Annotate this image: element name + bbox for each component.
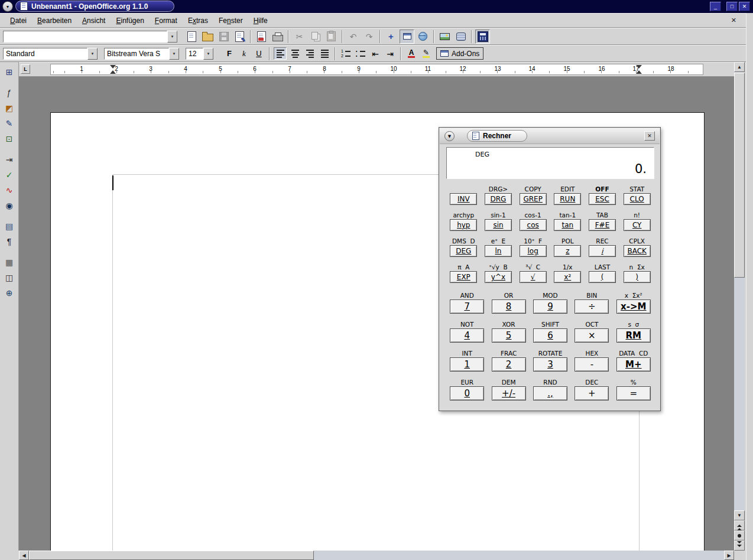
form-functions-icon[interactable]: ⊡: [2, 132, 17, 146]
calc-key-i[interactable]: i: [589, 245, 616, 257]
window-menu-button[interactable]: ▼: [2, 1, 13, 12]
undo-icon[interactable]: ↶: [346, 30, 361, 44]
redo-icon[interactable]: ↷: [362, 30, 376, 44]
calc-key-drg[interactable]: DRG: [485, 193, 512, 205]
style-dropdown-button[interactable]: ▼: [87, 48, 98, 60]
align-left-button[interactable]: [274, 47, 287, 60]
calc-key-2[interactable]: 2: [492, 357, 526, 372]
calc-key-1[interactable]: 1: [450, 357, 484, 372]
vertical-scroll-thumb[interactable]: [734, 73, 745, 278]
calc-key-multiply[interactable]: ×: [575, 328, 609, 343]
calculator-close-button[interactable]: ✕: [644, 131, 655, 141]
bold-button[interactable]: F: [223, 47, 236, 60]
calc-key-fe[interactable]: F#E: [589, 219, 616, 231]
font-name-value[interactable]: Bitstream Vera S: [104, 48, 169, 60]
zoom-icon[interactable]: ⊕: [2, 286, 17, 300]
calc-key-6[interactable]: 6: [533, 328, 567, 343]
italic-button[interactable]: k: [238, 47, 251, 60]
calc-key-sqrt[interactable]: √: [520, 271, 547, 283]
url-dropdown-button[interactable]: ▼: [167, 31, 177, 43]
vertical-scrollbar[interactable]: ▲ ▼: [734, 62, 745, 551]
highlight-button[interactable]: ✎: [420, 47, 433, 60]
scroll-up-button[interactable]: ▲: [734, 62, 745, 72]
maximize-button[interactable]: □: [726, 2, 738, 11]
find-icon[interactable]: ◉: [2, 198, 17, 213]
paragraph-style-value[interactable]: Standard: [3, 48, 87, 60]
stylist-icon[interactable]: [400, 30, 414, 44]
calc-key-0[interactable]: 0: [450, 386, 484, 401]
calc-key-plus-minus[interactable]: +/-: [492, 386, 526, 401]
menu-datei[interactable]: Datei: [5, 14, 32, 27]
open-icon[interactable]: [200, 30, 215, 44]
insert-icon[interactable]: ⊞: [2, 65, 17, 79]
calc-key-log[interactable]: log: [520, 245, 547, 257]
minimize-button[interactable]: _: [710, 2, 721, 11]
hyperlink-icon[interactable]: [416, 30, 430, 44]
calc-key-paren-close[interactable]: ): [624, 271, 651, 283]
print-icon[interactable]: [270, 30, 285, 44]
document-close-icon[interactable]: ✕: [726, 15, 741, 25]
increase-indent-button[interactable]: ⇥: [384, 47, 397, 60]
numbered-list-button[interactable]: [339, 47, 352, 60]
calc-key-deg[interactable]: DEG: [450, 245, 477, 257]
calc-key-tan[interactable]: tan: [554, 219, 581, 231]
bullet-list-button[interactable]: [354, 47, 367, 60]
copy-icon[interactable]: [308, 30, 323, 44]
calc-key-back[interactable]: BACK: [624, 245, 651, 257]
url-input[interactable]: [3, 31, 167, 43]
menu-fenster[interactable]: Fenster: [213, 14, 248, 27]
calc-key-3[interactable]: 3: [533, 357, 567, 372]
menu-ansicht[interactable]: Ansicht: [77, 14, 111, 27]
calc-key-4[interactable]: 4: [450, 328, 484, 343]
calc-key-memory-plus[interactable]: M+: [616, 357, 651, 372]
autospellcheck-icon[interactable]: ∿: [2, 183, 17, 197]
horizontal-scrollbar[interactable]: ◀ ▶: [19, 551, 734, 560]
data-sources-icon[interactable]: [453, 30, 468, 44]
menu-hilfe[interactable]: Hilfe: [248, 14, 273, 27]
menu-format[interactable]: Format: [150, 14, 183, 27]
align-center-button[interactable]: [288, 47, 301, 60]
calc-key-equals[interactable]: =: [616, 386, 651, 401]
calculator-addon-icon[interactable]: [475, 30, 490, 44]
online-layout-icon[interactable]: ◫: [2, 271, 17, 285]
calc-key-5[interactable]: 5: [492, 328, 526, 343]
paste-icon[interactable]: [324, 30, 339, 44]
spellcheck-icon[interactable]: ✓: [2, 168, 17, 182]
calc-key-recall-memory[interactable]: RM: [616, 328, 651, 343]
calc-key-run[interactable]: RUN: [554, 193, 581, 205]
scroll-left-button[interactable]: ◀: [19, 551, 29, 560]
calculator-title-tab[interactable]: Rechner: [467, 130, 527, 142]
cut-icon[interactable]: ✂: [292, 30, 307, 44]
calc-key-paren-open[interactable]: (: [589, 271, 616, 283]
navigation-button[interactable]: [734, 530, 745, 541]
calc-key-grep[interactable]: GREP: [520, 193, 547, 205]
addons-button[interactable]: Add-Ons: [436, 47, 483, 60]
calc-key-x-squared[interactable]: x²: [554, 271, 581, 283]
calculator-titlebar[interactable]: ▼ Rechner ✕: [440, 128, 660, 144]
font-color-button[interactable]: A: [405, 47, 418, 60]
scroll-down-button[interactable]: ▼: [734, 510, 745, 520]
window-title-tab[interactable]: Unbenannt1 - OpenOffice.org 1.1.0: [15, 1, 174, 12]
navigator-icon[interactable]: +: [384, 30, 398, 44]
decrease-indent-button[interactable]: ⇤: [369, 47, 382, 60]
graphics-icon[interactable]: ▦: [2, 255, 17, 269]
align-justify-button[interactable]: [318, 47, 331, 60]
calc-key-z[interactable]: z: [554, 245, 581, 257]
calc-key-store-memory[interactable]: x->M: [616, 299, 651, 314]
menu-bearbeiten[interactable]: Bearbeiten: [32, 14, 77, 27]
insert-fields-icon[interactable]: ƒ: [2, 86, 17, 100]
export-pdf-icon[interactable]: [254, 30, 269, 44]
new-document-icon[interactable]: [184, 30, 199, 44]
right-indent-marker[interactable]: [636, 64, 642, 74]
calc-key-esc[interactable]: ESC: [589, 193, 616, 205]
gallery-icon[interactable]: [437, 30, 452, 44]
direct-cursor-icon[interactable]: ⇥: [2, 152, 17, 167]
calc-key-8[interactable]: 8: [492, 299, 526, 314]
calc-key-divide[interactable]: ÷: [575, 299, 609, 314]
menu-einfuegen[interactable]: Einfügen: [111, 14, 149, 27]
underline-button[interactable]: U: [252, 47, 265, 60]
close-button[interactable]: ✕: [739, 2, 750, 11]
size-dropdown-button[interactable]: ▼: [203, 48, 213, 60]
draw-functions-icon[interactable]: ✎: [2, 116, 17, 131]
edit-file-icon[interactable]: ✎: [232, 30, 247, 44]
